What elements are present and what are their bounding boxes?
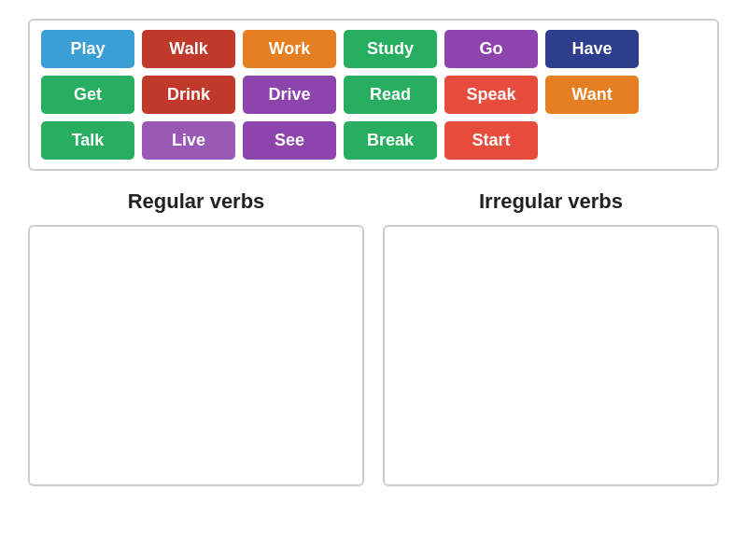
verb-btn-see[interactable]: See bbox=[243, 121, 336, 160]
verb-btn-break[interactable]: Break bbox=[344, 121, 437, 160]
verb-btn-have[interactable]: Have bbox=[545, 30, 639, 68]
verb-btn-start[interactable]: Start bbox=[444, 121, 538, 160]
irregular-drop-zone[interactable] bbox=[383, 225, 719, 486]
irregular-column: Irregular verbs bbox=[383, 189, 719, 486]
verb-btn-drink[interactable]: Drink bbox=[142, 76, 235, 114]
verb-btn-walk[interactable]: Walk bbox=[142, 30, 235, 68]
verb-btn-speak[interactable]: Speak bbox=[444, 76, 538, 114]
verb-btn-read[interactable]: Read bbox=[344, 76, 437, 114]
verb-btn-drive[interactable]: Drive bbox=[243, 76, 336, 114]
regular-drop-zone[interactable] bbox=[28, 225, 364, 486]
verb-btn-work[interactable]: Work bbox=[243, 30, 336, 68]
verb-btn-play[interactable]: Play bbox=[41, 30, 134, 68]
verb-btn-study[interactable]: Study bbox=[344, 30, 437, 68]
verb-btn-talk[interactable]: Talk bbox=[41, 121, 134, 160]
regular-column: Regular verbs bbox=[28, 189, 364, 486]
verb-btn-go[interactable]: Go bbox=[444, 30, 538, 68]
verb-btn-live[interactable]: Live bbox=[142, 121, 235, 160]
word-bank: PlayWalkWorkStudyGoHaveGetDrinkDriveRead… bbox=[28, 19, 719, 171]
verb-btn-get[interactable]: Get bbox=[41, 76, 134, 114]
regular-title: Regular verbs bbox=[128, 189, 265, 214]
columns-container: Regular verbs Irregular verbs bbox=[28, 189, 719, 486]
irregular-title: Irregular verbs bbox=[479, 189, 623, 214]
verb-btn-want[interactable]: Want bbox=[545, 76, 639, 114]
